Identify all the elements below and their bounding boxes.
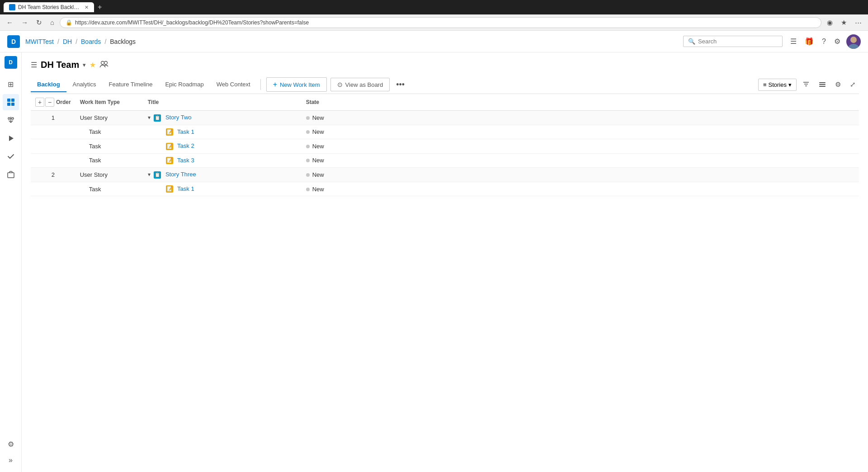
- refresh-button[interactable]: ↻: [33, 17, 45, 28]
- tab-analytics[interactable]: Analytics: [66, 77, 103, 92]
- column-options-button[interactable]: [816, 78, 829, 91]
- collapse-all-button[interactable]: −: [45, 98, 54, 107]
- title-cell: ▾ 📋 Story Two: [143, 111, 302, 125]
- task-title[interactable]: Task 1: [177, 185, 194, 192]
- forward-button[interactable]: →: [19, 17, 31, 28]
- table-row: 1 User Story ▾ 📋 Story Two New: [31, 111, 859, 125]
- extra-cell: [356, 111, 859, 125]
- main-content: D ⊞ ⚙ »: [0, 52, 868, 472]
- avatar[interactable]: [846, 34, 861, 49]
- svg-rect-5: [11, 103, 14, 106]
- url-text: https://dev.azure.com/MWITTest/DH/_backl…: [75, 19, 309, 26]
- extra-cell: [356, 153, 859, 168]
- task-title[interactable]: Task 1: [177, 128, 194, 135]
- view-as-board-button[interactable]: ⊙ View as Board: [330, 78, 390, 91]
- gift-button[interactable]: 🎁: [802, 35, 816, 48]
- type-cell: Task: [75, 125, 143, 139]
- search-icon: 🔍: [688, 38, 695, 45]
- tab-divider: [260, 79, 261, 90]
- search-input[interactable]: [698, 38, 778, 45]
- tab-epic-roadmap[interactable]: Epic Roadmap: [159, 77, 210, 92]
- task-icon: 📝: [166, 128, 173, 136]
- stories-chevron-icon: ▾: [788, 81, 792, 88]
- svg-rect-2: [7, 99, 10, 102]
- order-cell: 2: [31, 168, 75, 182]
- hamburger-icon[interactable]: ☰: [31, 61, 37, 69]
- type-cell: Task: [75, 153, 143, 168]
- list-icon: ≡: [763, 81, 767, 88]
- sidebar-item-pipelines[interactable]: [3, 130, 19, 146]
- stories-selector[interactable]: ≡ Stories ▾: [758, 79, 797, 91]
- extensions-button[interactable]: ◉: [824, 17, 835, 28]
- page-area: ☰ DH Team ▾ ★ Backlog Analytics Feature …: [22, 52, 868, 472]
- more-options-button[interactable]: •••: [393, 78, 407, 91]
- tab-backlog[interactable]: Backlog: [31, 77, 66, 92]
- sidebar-item-overview[interactable]: ⊞: [3, 76, 19, 92]
- browser-tab[interactable]: DH Team Stories Backlog - Boar... ✕: [4, 2, 94, 12]
- sidebar-item-artifacts[interactable]: [3, 166, 19, 183]
- story-icon: 📋: [154, 171, 161, 179]
- help-button[interactable]: ?: [820, 35, 828, 48]
- table-row: Task 📝 Task 2 New: [31, 139, 859, 154]
- search-box[interactable]: 🔍: [683, 36, 783, 47]
- tab-feature-timeline[interactable]: Feature Timeline: [103, 77, 159, 92]
- story-title[interactable]: Story Three: [165, 171, 196, 178]
- state-dot: [306, 116, 310, 120]
- address-bar[interactable]: 🔒 https://dev.azure.com/MWITTest/DH/_bac…: [60, 17, 821, 28]
- settings-list-button[interactable]: ☰: [788, 35, 799, 48]
- team-title-row: ☰ DH Team ▾ ★: [31, 60, 859, 70]
- extra-cell: [356, 125, 859, 139]
- sidebar-item-project-settings[interactable]: ⚙: [3, 436, 19, 452]
- favorites-button[interactable]: ★: [838, 17, 849, 28]
- top-bar-icons: ☰ 🎁 ? ⚙: [788, 34, 861, 49]
- new-work-item-button[interactable]: + New Work Item: [266, 77, 327, 92]
- expand-row-button[interactable]: ▾: [148, 114, 151, 121]
- breadcrumb-org[interactable]: MWITTest: [25, 38, 54, 45]
- browser-menu-button[interactable]: ⋯: [852, 17, 864, 28]
- sidebar-org-icon[interactable]: D: [5, 56, 17, 69]
- view-as-board-label: View as Board: [345, 81, 383, 88]
- expand-row-button[interactable]: ▾: [148, 171, 151, 178]
- order-cell: [31, 125, 75, 139]
- team-name: DH Team: [41, 60, 79, 70]
- app-logo[interactable]: D: [7, 35, 20, 48]
- col-header-extra: [356, 94, 859, 111]
- task-title[interactable]: Task 3: [177, 157, 194, 164]
- col-header-state: State: [302, 94, 356, 111]
- breadcrumb-project[interactable]: DH: [63, 38, 72, 45]
- filter-button[interactable]: [799, 78, 813, 91]
- svg-point-1: [848, 44, 859, 49]
- home-button[interactable]: ⌂: [47, 17, 57, 28]
- story-title[interactable]: Story Two: [165, 114, 192, 121]
- sidebar-item-repos[interactable]: [3, 112, 19, 128]
- sidebar-item-testplans[interactable]: [3, 148, 19, 165]
- svg-point-11: [104, 61, 108, 64]
- back-button[interactable]: ←: [4, 17, 16, 28]
- sidebar-item-expand[interactable]: »: [3, 452, 19, 468]
- favorite-icon[interactable]: ★: [90, 61, 96, 69]
- type-cell: User Story: [75, 111, 143, 125]
- team-members-icon[interactable]: [99, 61, 108, 70]
- svg-point-0: [850, 37, 857, 43]
- user-settings-button[interactable]: ⚙: [832, 35, 843, 48]
- state-cell: New: [302, 139, 356, 154]
- top-bar: D MWITTest / DH / Boards / Backlogs 🔍 ☰ …: [0, 31, 868, 52]
- fullscreen-button[interactable]: ⤢: [847, 78, 859, 91]
- task-icon: 📝: [166, 185, 173, 193]
- plus-icon: +: [273, 80, 277, 89]
- expand-all-button[interactable]: +: [35, 98, 44, 107]
- task-title[interactable]: Task 2: [177, 142, 194, 149]
- tab-web-context[interactable]: Web Context: [210, 77, 257, 92]
- svg-rect-15: [819, 82, 826, 83]
- team-dropdown-icon[interactable]: ▾: [83, 61, 86, 68]
- state-dot: [306, 130, 310, 134]
- breadcrumb-section[interactable]: Boards: [81, 38, 101, 45]
- display-settings-button[interactable]: ⚙: [832, 78, 844, 91]
- col-header-type: Work Item Type: [75, 94, 143, 111]
- new-tab-button[interactable]: +: [98, 3, 102, 11]
- title-cell: 📝 Task 1: [143, 182, 302, 196]
- sidebar-bottom: ⚙ »: [3, 436, 19, 468]
- sidebar-item-boards[interactable]: [3, 94, 19, 110]
- tab-close-icon[interactable]: ✕: [85, 5, 89, 10]
- order-cell: [31, 182, 75, 196]
